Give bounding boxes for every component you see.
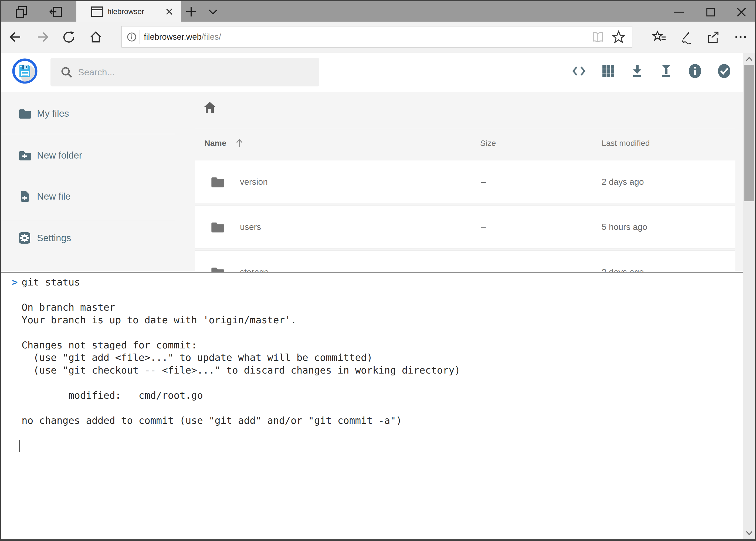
check-circle-icon [717, 64, 732, 79]
tab-preview-button[interactable] [14, 4, 29, 19]
file-row-storage[interactable]: storage – 2 days ago [195, 251, 735, 272]
folder-icon [210, 265, 224, 272]
file-modified: 5 hours ago [602, 206, 647, 248]
share-icon [706, 31, 719, 44]
terminal-line: (use "git checkout -- <file>..." to disc… [22, 364, 743, 377]
terminal-panel[interactable]: >git status On branch master Your branch… [1, 272, 743, 539]
scroll-down-button[interactable] [744, 528, 754, 538]
upload-button[interactable] [658, 64, 674, 79]
terminal-line [22, 427, 743, 439]
annotate-button[interactable] [679, 31, 692, 44]
chevron-up-icon [744, 54, 754, 64]
file-plus-icon [18, 190, 31, 203]
terminal-line [22, 402, 743, 414]
maximize-icon [705, 6, 717, 18]
home-breadcrumb-icon [203, 101, 216, 114]
file-row-users[interactable]: users – 5 hours ago [195, 205, 735, 249]
terminal-line [22, 289, 743, 301]
site-info-icon[interactable] [126, 32, 137, 42]
tab-bar: filebrowser [1, 1, 755, 22]
terminal-line: Your branch is up to date with 'origin/m… [22, 314, 743, 326]
prompt-chevron-icon: > [12, 276, 18, 289]
chevron-down-icon [744, 528, 754, 538]
settings-menu-button[interactable] [734, 31, 747, 44]
minimize-icon [673, 6, 685, 18]
terminal-command: git status [22, 276, 80, 287]
refresh-icon [62, 31, 75, 44]
gear-icon [18, 232, 31, 245]
tab-title: filebrowser [108, 1, 144, 22]
sidebar-item-settings[interactable]: Settings [1, 225, 175, 251]
tab-close-icon[interactable] [164, 7, 174, 16]
folder-icon [210, 175, 224, 189]
search-icon [60, 66, 73, 79]
file-name: users [240, 206, 261, 248]
terminal-command-line: >git status [22, 276, 743, 289]
reading-view-icon[interactable] [591, 31, 604, 44]
pen-icon [679, 31, 692, 44]
sort-ascending-icon [234, 138, 245, 149]
tab-filebrowser[interactable]: filebrowser [76, 1, 181, 22]
terminal-line [22, 326, 743, 339]
code-icon [571, 64, 587, 79]
terminal-line: modified: cmd/root.go [22, 389, 743, 402]
sidebar-item-new-file[interactable]: New file [1, 184, 175, 209]
folder-icon [18, 107, 31, 120]
scroll-up-button[interactable] [744, 54, 754, 64]
file-name: version [240, 161, 268, 203]
sidebar-item-new-folder[interactable]: New folder [1, 142, 175, 168]
file-modified: 2 days ago [602, 251, 644, 272]
file-row-version[interactable]: version – 2 days ago [195, 160, 735, 204]
set-tabs-aside-button[interactable] [48, 4, 64, 19]
url-text: filebrowser.web/files/ [144, 26, 221, 47]
switch-view-button[interactable] [601, 64, 616, 79]
share-button[interactable] [706, 31, 719, 44]
file-name: storage [240, 251, 269, 272]
close-window-button[interactable] [735, 6, 747, 18]
sidebar-item-my-files[interactable]: My files [1, 101, 175, 126]
tab-page-icon [91, 5, 104, 18]
search-input[interactable] [78, 58, 310, 86]
sidebar-item-label: New file [37, 184, 71, 209]
file-modified: 2 days ago [602, 161, 644, 203]
filebrowser-header [1, 53, 743, 92]
browser-window: filebrowser [0, 0, 756, 541]
minimize-button[interactable] [673, 6, 685, 18]
text-cursor-icon [19, 440, 20, 452]
column-header-size[interactable]: Size [480, 137, 496, 149]
forward-button[interactable] [36, 31, 49, 44]
favorites-hub-button[interactable] [652, 31, 665, 44]
tab-list-dropdown[interactable] [207, 7, 219, 16]
scrollbar-thumb[interactable] [744, 65, 754, 201]
column-header-name[interactable]: Name [204, 137, 226, 149]
breadcrumb-home-button[interactable] [203, 101, 216, 114]
maximize-button[interactable] [705, 6, 717, 18]
sidebar-item-label: New folder [37, 142, 82, 168]
select-multiple-button[interactable] [717, 64, 732, 79]
folder-plus-icon [18, 149, 31, 162]
refresh-button[interactable] [62, 31, 75, 44]
raw-editor-button[interactable] [571, 64, 587, 79]
favorite-star-icon[interactable] [612, 30, 626, 44]
terminal-line: no changes added to commit (use "git add… [22, 414, 743, 427]
url-path: /files/ [202, 32, 221, 42]
filebrowser-logo [12, 58, 38, 84]
new-tab-button[interactable] [185, 6, 197, 18]
filebrowser-body: My files New folder New file Sett [1, 92, 743, 272]
terminal-cursor-line [22, 439, 743, 452]
browser-toolbar: filebrowser.web/files/ [1, 22, 755, 53]
back-button[interactable] [9, 31, 22, 44]
column-header-modified[interactable]: Last modified [602, 137, 650, 149]
star-list-icon [652, 31, 665, 44]
forward-arrow-icon [36, 31, 49, 44]
file-size: – [481, 251, 486, 272]
home-button[interactable] [89, 31, 102, 44]
terminal-line: (use "git add <file>..." to update what … [22, 351, 743, 364]
download-button[interactable] [630, 64, 645, 79]
address-bar[interactable]: filebrowser.web/files/ [122, 26, 632, 48]
page-scrollbar[interactable] [743, 53, 755, 539]
file-size: – [481, 206, 486, 248]
search-box[interactable] [51, 58, 319, 86]
file-info-button[interactable] [687, 64, 702, 79]
file-size: – [481, 161, 486, 203]
